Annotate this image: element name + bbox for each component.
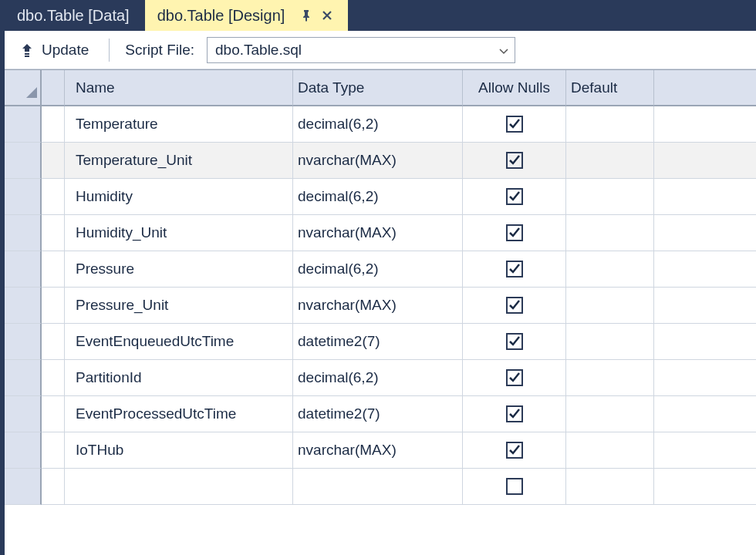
cell-default[interactable] (566, 215, 654, 251)
cell-data-type[interactable]: nvarchar(MAX) (293, 215, 463, 251)
table-row[interactable]: Humidity_Unitnvarchar(MAX) (5, 215, 756, 251)
table-row[interactable]: IoTHubnvarchar(MAX) (5, 432, 756, 469)
cell-name[interactable]: EventEnqueuedUtcTime (65, 324, 293, 360)
row-header[interactable] (5, 143, 42, 179)
cell-data-type[interactable]: decimal(6,2) (293, 106, 463, 143)
row-marker (42, 288, 65, 324)
table-row[interactable]: Humiditydecimal(6,2) (5, 179, 756, 215)
row-header[interactable] (5, 215, 42, 251)
table-design-grid: Name Data Type Allow Nulls Default Tempe… (5, 69, 756, 505)
cell-allow-nulls[interactable] (463, 324, 566, 360)
cell-allow-nulls[interactable] (463, 360, 566, 396)
row-header[interactable] (5, 324, 42, 360)
row-header[interactable] (5, 469, 42, 505)
cell-default[interactable] (566, 143, 654, 179)
cell-default[interactable] (566, 106, 654, 143)
row-header[interactable] (5, 179, 42, 215)
cell-allow-nulls[interactable] (463, 469, 566, 505)
tab-data[interactable]: dbo.Table [Data] (5, 0, 145, 31)
cell-fill (654, 215, 756, 251)
row-header[interactable] (5, 288, 42, 324)
row-header[interactable] (5, 432, 42, 469)
row-marker (42, 324, 65, 360)
checkbox[interactable] (506, 405, 523, 422)
tab-bar: dbo.Table [Data] dbo.Table [Design] (5, 0, 756, 31)
cell-default[interactable] (566, 324, 654, 360)
update-button[interactable]: Update (12, 39, 96, 62)
cell-allow-nulls[interactable] (463, 215, 566, 251)
cell-name[interactable]: IoTHub (65, 432, 293, 469)
cell-allow-nulls[interactable] (463, 288, 566, 324)
script-file-select[interactable]: dbo.Table.sql (207, 37, 515, 63)
cell-allow-nulls[interactable] (463, 143, 566, 179)
svg-rect-0 (25, 53, 29, 55)
cell-default[interactable] (566, 251, 654, 288)
cell-fill (654, 251, 756, 288)
cell-data-type[interactable]: datetime2(7) (293, 396, 463, 432)
cell-fill (654, 106, 756, 143)
cell-fill (654, 396, 756, 432)
cell-allow-nulls[interactable] (463, 432, 566, 469)
header-fill (654, 70, 756, 106)
cell-default[interactable] (566, 432, 654, 469)
row-header[interactable] (5, 106, 42, 143)
cell-data-type[interactable]: datetime2(7) (293, 324, 463, 360)
checkbox[interactable] (506, 297, 523, 314)
cell-data-type[interactable]: nvarchar(MAX) (293, 288, 463, 324)
cell-name[interactable]: Pressure_Unit (65, 288, 293, 324)
cell-name[interactable]: Pressure (65, 251, 293, 288)
cell-name[interactable]: Temperature_Unit (65, 143, 293, 179)
checkbox[interactable] (506, 478, 523, 495)
table-row[interactable]: Pressuredecimal(6,2) (5, 251, 756, 288)
cell-name[interactable]: Humidity (65, 179, 293, 215)
cell-allow-nulls[interactable] (463, 251, 566, 288)
header-data-type[interactable]: Data Type (293, 70, 463, 106)
header-default[interactable]: Default (566, 70, 654, 106)
checkbox[interactable] (506, 261, 523, 278)
cell-allow-nulls[interactable] (463, 396, 566, 432)
checkbox[interactable] (506, 116, 523, 133)
cell-allow-nulls[interactable] (463, 179, 566, 215)
select-all-corner[interactable] (5, 70, 42, 106)
checkbox[interactable] (506, 442, 523, 459)
cell-data-type[interactable]: nvarchar(MAX) (293, 432, 463, 469)
cell-name[interactable]: EventProcessedUtcTime (65, 396, 293, 432)
cell-default[interactable] (566, 360, 654, 396)
table-row[interactable]: Temperature_Unitnvarchar(MAX) (5, 143, 756, 179)
table-row[interactable]: PartitionIddecimal(6,2) (5, 360, 756, 396)
checkbox[interactable] (506, 369, 523, 386)
cell-name[interactable]: Temperature (65, 106, 293, 143)
cell-name[interactable]: PartitionId (65, 360, 293, 396)
cell-data-type[interactable]: nvarchar(MAX) (293, 143, 463, 179)
cell-fill (654, 360, 756, 396)
cell-data-type[interactable]: decimal(6,2) (293, 360, 463, 396)
table-row[interactable]: EventEnqueuedUtcTimedatetime2(7) (5, 324, 756, 360)
cell-default[interactable] (566, 179, 654, 215)
cell-allow-nulls[interactable] (463, 106, 566, 143)
header-name[interactable]: Name (65, 70, 293, 106)
checkbox[interactable] (506, 152, 523, 169)
cell-default[interactable] (566, 396, 654, 432)
table-row[interactable]: Temperaturedecimal(6,2) (5, 106, 756, 143)
close-icon[interactable] (322, 10, 332, 21)
checkbox[interactable] (506, 224, 523, 241)
cell-name[interactable] (65, 469, 293, 505)
row-header[interactable] (5, 251, 42, 288)
chevron-down-icon (499, 42, 508, 59)
checkbox[interactable] (506, 333, 523, 350)
header-allow-nulls[interactable]: Allow Nulls (463, 70, 566, 106)
row-header[interactable] (5, 360, 42, 396)
cell-default[interactable] (566, 469, 654, 505)
table-row[interactable]: Pressure_Unitnvarchar(MAX) (5, 288, 756, 324)
cell-data-type[interactable]: decimal(6,2) (293, 251, 463, 288)
cell-data-type[interactable] (293, 469, 463, 505)
table-row[interactable]: EventProcessedUtcTimedatetime2(7) (5, 396, 756, 432)
tab-design[interactable]: dbo.Table [Design] (145, 0, 349, 31)
cell-data-type[interactable]: decimal(6,2) (293, 179, 463, 215)
cell-name[interactable]: Humidity_Unit (65, 215, 293, 251)
table-row[interactable] (5, 469, 756, 505)
row-header[interactable] (5, 396, 42, 432)
cell-default[interactable] (566, 288, 654, 324)
pin-icon[interactable] (300, 9, 312, 22)
checkbox[interactable] (506, 188, 523, 205)
